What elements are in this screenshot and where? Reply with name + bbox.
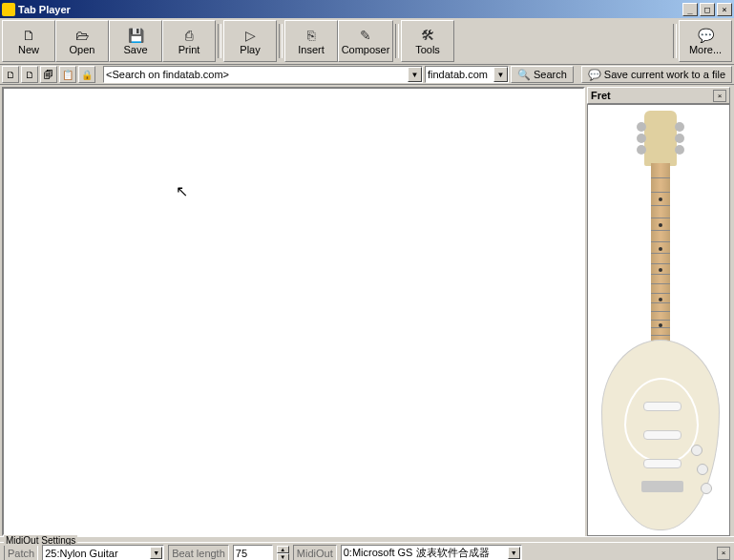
domain-select[interactable]: findatab.com▼ xyxy=(425,66,509,83)
beat-spinner[interactable]: ▲▼ xyxy=(277,546,289,561)
toolbar-separator xyxy=(216,20,223,62)
tools-icon: 🛠 xyxy=(420,28,435,43)
fret-title: Fret xyxy=(591,90,713,101)
patch-select[interactable]: 25:Nylon Guitar▼ xyxy=(42,545,164,560)
save-icon: 💾 xyxy=(128,28,143,43)
new-file-icon: 🗋 xyxy=(21,28,36,43)
toolbar-spacer xyxy=(454,20,671,62)
toolbar-separator xyxy=(393,20,401,62)
mouse-cursor-icon: ↖ xyxy=(176,182,188,200)
fret-panel: Fret × xyxy=(587,87,730,536)
composer-button[interactable]: ✎Composer xyxy=(338,20,393,62)
fret-close-button[interactable]: × xyxy=(713,90,726,102)
beat-label: Beat length xyxy=(168,545,229,560)
guitar-body xyxy=(601,340,720,530)
search-button[interactable]: 🔍Search xyxy=(511,66,574,83)
search-dropdown-icon[interactable]: ▼ xyxy=(408,67,422,82)
toolbar-separator xyxy=(671,20,679,62)
domain-dropdown-icon[interactable]: ▼ xyxy=(493,67,508,82)
lock-icon-button[interactable]: 🔒 xyxy=(78,66,95,83)
guitar-neck xyxy=(651,163,670,354)
folder-open-icon: 🗁 xyxy=(74,28,90,43)
fret-body[interactable] xyxy=(587,104,730,536)
play-button[interactable]: ▷Play xyxy=(223,20,277,62)
toolbar-separator xyxy=(277,20,284,62)
minimize-button[interactable]: _ xyxy=(682,3,698,16)
search-input[interactable]: <Search on findatab.com>▼ xyxy=(103,66,423,83)
midi-settings-group: MidiOut Settings Patch 25:Nylon Guitar▼ … xyxy=(0,536,734,560)
app-icon xyxy=(2,3,15,16)
doc-icon-button-1[interactable]: 🗋 xyxy=(2,66,19,83)
more-button[interactable]: 💬More... xyxy=(679,20,732,62)
chat-bubble-icon: 💬 xyxy=(588,69,601,81)
main-editor[interactable]: ↖ xyxy=(2,87,585,536)
main-toolbar: 🗋New 🗁Open 💾Save ⎙Print ▷Play ⎘Insert ✎C… xyxy=(0,18,734,65)
magnifier-icon: 🔍 xyxy=(517,69,531,81)
chevron-down-icon[interactable]: ▼ xyxy=(150,547,162,559)
guitar-image xyxy=(597,106,721,535)
guitar-headstock xyxy=(644,111,677,166)
insert-button[interactable]: ⎘Insert xyxy=(284,20,338,62)
title-bar: Tab Player _ □ × xyxy=(0,0,734,18)
open-button[interactable]: 🗁Open xyxy=(55,20,109,62)
save-work-button[interactable]: 💬Save current work to a file xyxy=(581,66,732,83)
spin-up-icon[interactable]: ▲ xyxy=(277,546,289,553)
statusbar-close-button[interactable]: × xyxy=(717,547,730,560)
chat-icon: 💬 xyxy=(698,28,713,43)
midiout-label: MidiOut xyxy=(293,545,337,560)
search-bar: 🗋 🗋 🗐 📋 🔒 <Search on findatab.com>▼ find… xyxy=(0,65,734,85)
content-area: ↖ Fret × xyxy=(0,85,734,538)
spin-down-icon[interactable]: ▼ xyxy=(277,553,289,561)
composer-icon: ✎ xyxy=(358,28,373,43)
play-icon: ▷ xyxy=(242,28,258,43)
doc-icon-button-2[interactable]: 🗋 xyxy=(21,66,38,83)
print-button[interactable]: ⎙Print xyxy=(162,20,216,62)
patch-label: Patch xyxy=(4,545,38,560)
window-title: Tab Player xyxy=(18,4,681,15)
chevron-down-icon[interactable]: ▼ xyxy=(508,547,520,559)
maximize-button[interactable]: □ xyxy=(700,3,715,16)
fret-header: Fret × xyxy=(587,87,730,104)
new-button[interactable]: 🗋New xyxy=(2,20,55,62)
paste-icon-button[interactable]: 📋 xyxy=(59,66,76,83)
copy-icon-button[interactable]: 🗐 xyxy=(40,66,57,83)
tools-button[interactable]: 🛠Tools xyxy=(401,20,454,62)
status-bar: Patch 25:Nylon Guitar▼ Beat length 75 ▲▼… xyxy=(0,542,734,560)
insert-icon: ⎘ xyxy=(304,28,319,43)
print-icon: ⎙ xyxy=(181,28,197,43)
beat-input[interactable]: 75 xyxy=(233,545,273,560)
midiout-select[interactable]: 0:Microsoft GS 波表软件合成器▼ xyxy=(341,545,522,560)
save-button[interactable]: 💾Save xyxy=(109,20,162,62)
close-button[interactable]: × xyxy=(717,3,732,16)
